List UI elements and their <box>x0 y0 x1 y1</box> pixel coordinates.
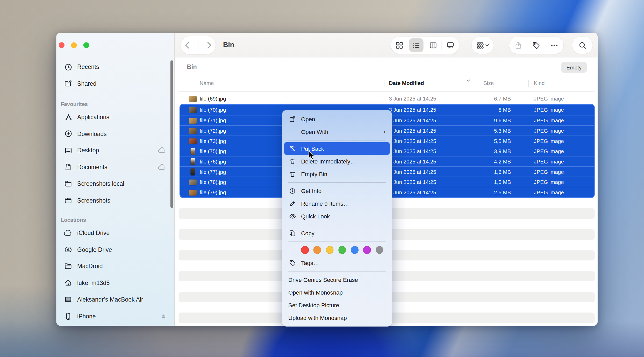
open-icon <box>288 116 297 122</box>
menu-item-quick-look[interactable]: Quick Look <box>284 210 390 223</box>
file-date: 3 Jun 2025 at 14:25 <box>389 177 436 187</box>
menu-item-put-back[interactable]: Put Back <box>284 142 390 155</box>
sidebar-item-recents[interactable]: Recents <box>60 59 168 75</box>
sidebar-item-label: MacDroid <box>77 263 103 269</box>
sidebar-section-favourites: Favourites <box>61 101 88 107</box>
copy-icon <box>288 230 297 236</box>
forward-button[interactable] <box>207 41 211 49</box>
view-switcher <box>391 37 459 54</box>
column-header-size[interactable]: Size <box>483 79 494 88</box>
file-kind: JPEG image <box>534 167 564 177</box>
menu-item-upload-with-monosnap[interactable]: Upload with Monosnap <box>284 311 390 324</box>
file-size: 5,5 MB <box>478 136 511 146</box>
sidebar-item-desktop[interactable]: Desktop <box>60 142 168 159</box>
view-list-button[interactable] <box>408 37 425 54</box>
tag-purple[interactable] <box>363 246 371 254</box>
search-icon <box>578 41 586 49</box>
menu-item-drive-genius-secure-erase[interactable]: Drive Genius Secure Erase <box>284 273 390 286</box>
sidebar-item-documents[interactable]: Documents <box>60 159 168 175</box>
sidebar-section-locations: Locations <box>61 217 86 223</box>
toolbar: Bin <box>175 33 598 58</box>
document-icon <box>63 162 74 172</box>
sidebar-item-label: Applications <box>77 114 109 120</box>
sidebar-scrollbar[interactable] <box>170 60 173 208</box>
sidebar-item-icloud-drive[interactable]: iCloud Drive <box>60 225 168 241</box>
zoom-button[interactable] <box>83 42 89 48</box>
file-kind: JPEG image <box>534 136 564 146</box>
tag-blue[interactable] <box>351 246 358 254</box>
sidebar-item-macbook-air[interactable]: Aleksandr’s MacBook Air <box>60 291 168 308</box>
column-header-name[interactable]: Name <box>200 79 214 88</box>
file-thumbnail <box>189 156 197 167</box>
file-thumbnail <box>189 177 197 187</box>
file-name: file (75).jpg <box>200 146 226 157</box>
column-headers: Name Date Modified Size Kind <box>175 79 598 88</box>
view-columns-button[interactable] <box>425 37 441 54</box>
eject-icon[interactable] <box>160 313 167 319</box>
file-size: 1,5 MB <box>478 177 511 187</box>
view-gallery-button[interactable] <box>442 37 459 54</box>
tag-color-row <box>284 244 390 256</box>
column-header-date[interactable]: Date Modified <box>389 79 424 88</box>
laptop-icon <box>63 294 74 305</box>
sidebar-item-macdroid[interactable]: MacDroid <box>60 258 168 274</box>
minimize-button[interactable] <box>71 42 77 48</box>
sidebar-item-google-drive[interactable]: Google Drive <box>60 241 168 258</box>
trash-icon <box>288 171 297 177</box>
folder-icon <box>63 178 74 189</box>
share-button[interactable] <box>514 41 522 49</box>
file-name: file (79).jpg <box>200 187 226 198</box>
sidebar-item-label: Documents <box>77 164 107 170</box>
desktop-icon <box>63 145 74 156</box>
back-button[interactable] <box>185 41 189 49</box>
header-divider <box>179 91 595 92</box>
file-thumbnail <box>189 116 197 126</box>
menu-item-open-with[interactable]: Open With › <box>284 125 390 138</box>
sidebar-item-label: Screenshots local <box>77 180 124 187</box>
file-kind: JPEG image <box>534 105 564 115</box>
sidebar-item-home[interactable]: luke_m13d5 <box>60 275 168 291</box>
tag-orange[interactable] <box>313 246 321 254</box>
menu-separator <box>288 241 386 242</box>
cloud-icon <box>158 164 167 170</box>
sidebar-item-screenshots-local[interactable]: Screenshots local <box>60 175 168 192</box>
column-header-kind[interactable]: Kind <box>534 79 545 88</box>
menu-item-open[interactable]: Open <box>284 112 390 125</box>
download-icon <box>63 128 74 139</box>
view-icons-button[interactable] <box>391 37 408 54</box>
file-name: file (69).jpg <box>200 94 226 104</box>
file-date: 3 Jun 2025 at 14:25 <box>389 167 436 177</box>
tag-green[interactable] <box>338 246 346 254</box>
sidebar-item-label: iCloud Drive <box>77 230 110 236</box>
menu-item-open-with-monosnap[interactable]: Open with Monosnap <box>284 286 390 298</box>
file-thumbnail <box>189 94 197 104</box>
sidebar-item-screenshots[interactable]: Screenshots <box>60 192 168 208</box>
more-button[interactable] <box>550 41 558 49</box>
menu-item-empty-bin[interactable]: Empty Bin <box>284 168 390 180</box>
file-name: file (73).jpg <box>200 136 226 146</box>
sidebar-item-applications[interactable]: Applications <box>60 109 168 125</box>
menu-item-copy[interactable]: Copy <box>284 227 390 239</box>
tag-red[interactable] <box>301 246 309 254</box>
sidebar-item-shared[interactable]: Shared <box>60 75 168 92</box>
menu-item-delete-immediately[interactable]: Delete Immediately… <box>284 155 390 168</box>
file-thumbnail <box>189 146 197 157</box>
tag-gray[interactable] <box>376 246 383 254</box>
info-icon <box>288 188 297 194</box>
file-date: 3 Jun 2025 at 14:25 <box>389 146 436 157</box>
empty-bin-button[interactable]: Empty <box>561 62 587 73</box>
tag-yellow[interactable] <box>326 246 333 254</box>
menu-item-get-info[interactable]: Get Info <box>284 184 390 197</box>
menu-item-set-desktop-picture[interactable]: Set Desktop Picture <box>284 299 390 311</box>
file-thumbnail <box>189 167 197 177</box>
file-row[interactable]: file (69).jpg 3 Jun 2025 at 14:25 6,7 MB… <box>175 94 598 104</box>
search-button[interactable] <box>572 37 593 54</box>
sidebar-item-iphone[interactable]: iPhone <box>60 308 168 324</box>
menu-item-tags[interactable]: Tags… <box>284 256 390 269</box>
menu-item-rename[interactable]: Rename 9 Items… <box>284 197 390 210</box>
file-thumbnail <box>189 105 197 115</box>
sidebar-item-downloads[interactable]: Downloads <box>60 125 168 142</box>
close-button[interactable] <box>59 42 65 48</box>
tag-button[interactable] <box>532 41 540 49</box>
group-button[interactable] <box>471 37 494 54</box>
